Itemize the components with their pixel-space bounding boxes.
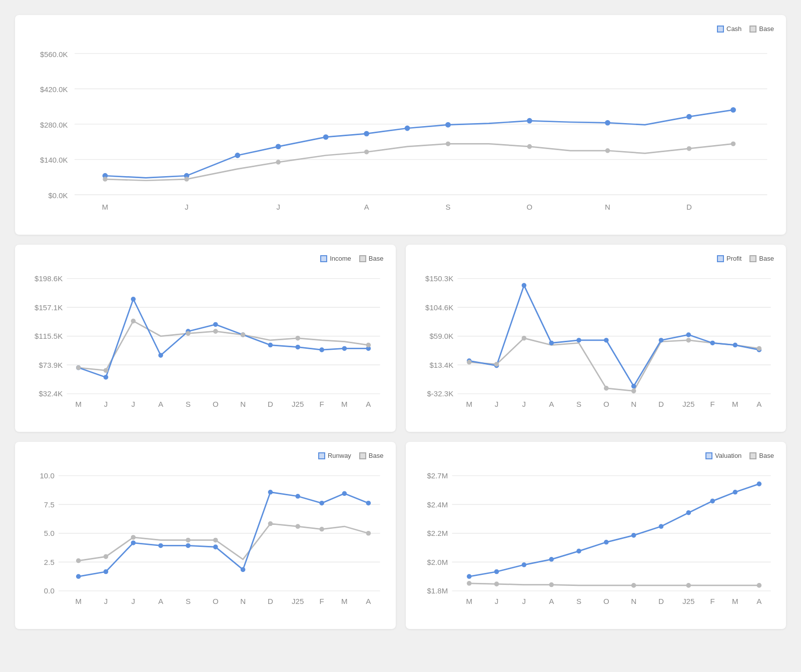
profit-chart-card: Profit Base $150.3K $104.6K $59.0K $13.4…	[406, 245, 786, 432]
svg-text:A: A	[366, 597, 371, 605]
svg-point-155	[366, 501, 370, 505]
svg-point-187	[467, 574, 471, 578]
svg-text:J25: J25	[682, 597, 694, 605]
svg-text:$1.8M: $1.8M	[427, 587, 448, 595]
svg-text:J25: J25	[292, 597, 304, 605]
svg-point-66	[214, 322, 218, 326]
svg-point-195	[686, 511, 690, 515]
svg-point-110	[659, 338, 663, 342]
svg-point-121	[757, 346, 761, 350]
svg-point-199	[467, 581, 471, 585]
svg-text:$32.4K: $32.4K	[39, 389, 63, 398]
svg-text:J25: J25	[292, 400, 304, 408]
valuation-legend-label-blue: Valuation	[715, 452, 741, 459]
svg-point-144	[77, 574, 81, 578]
svg-point-108	[604, 338, 608, 342]
svg-text:O: O	[527, 203, 533, 211]
svg-point-29	[731, 108, 736, 113]
svg-text:2.5: 2.5	[44, 558, 55, 566]
svg-point-189	[522, 563, 526, 567]
svg-point-157	[104, 554, 108, 558]
svg-text:$560.0K: $560.0K	[40, 50, 68, 59]
svg-text:N: N	[240, 597, 246, 605]
runway-legend-base: Base	[359, 452, 384, 459]
svg-point-68	[268, 343, 272, 347]
svg-point-74	[104, 368, 108, 372]
svg-point-120	[686, 338, 690, 342]
svg-text:J: J	[104, 400, 108, 408]
svg-text:A: A	[549, 597, 554, 605]
svg-text:$198.6K: $198.6K	[35, 274, 63, 283]
svg-point-64	[159, 353, 163, 357]
svg-text:A: A	[366, 400, 371, 408]
income-legend-label-gray: Base	[369, 255, 384, 262]
runway-valuation-row: Runway Base 10.0 7.5 5.0 2.5 0.0	[15, 442, 786, 629]
profit-legend-label-blue: Profit	[726, 255, 741, 262]
svg-text:F: F	[710, 597, 714, 605]
svg-text:D: D	[268, 597, 273, 605]
svg-point-158	[131, 535, 135, 539]
profit-legend: Profit Base	[418, 255, 774, 262]
svg-text:5.0: 5.0	[44, 529, 55, 537]
svg-text:M: M	[102, 203, 108, 211]
svg-point-156	[77, 559, 81, 563]
income-chart-card: Income Base $198.6K $157.1K $115.5K $73.…	[15, 245, 396, 432]
svg-text:N: N	[631, 400, 636, 408]
svg-point-34	[446, 142, 450, 146]
svg-text:O: O	[213, 400, 219, 408]
svg-point-36	[605, 149, 609, 153]
svg-point-192	[604, 540, 608, 544]
income-legend-box-gray	[359, 255, 366, 262]
svg-text:O: O	[213, 597, 219, 605]
svg-text:J: J	[185, 203, 188, 211]
svg-text:A: A	[364, 203, 369, 211]
profit-legend-profit: Profit	[717, 255, 741, 262]
svg-point-149	[214, 545, 218, 549]
svg-point-197	[733, 490, 737, 494]
svg-point-111	[686, 333, 690, 337]
svg-text:N: N	[240, 400, 246, 408]
svg-text:M: M	[341, 400, 348, 408]
svg-point-118	[604, 386, 608, 390]
svg-point-194	[659, 524, 663, 528]
svg-text:D: D	[268, 400, 273, 408]
svg-point-200	[494, 582, 498, 586]
svg-point-28	[687, 114, 692, 119]
svg-text:F: F	[320, 597, 324, 605]
svg-text:7.5: 7.5	[44, 500, 55, 509]
runway-legend-box-gray	[359, 452, 366, 459]
svg-point-119	[631, 389, 635, 393]
valuation-legend-base: Base	[749, 452, 774, 459]
svg-point-163	[320, 527, 324, 531]
income-legend-box-blue	[320, 255, 327, 262]
income-legend-income: Income	[320, 255, 351, 262]
svg-text:$157.1K: $157.1K	[35, 303, 63, 312]
cash-legend-label-blue: Cash	[726, 25, 741, 33]
svg-point-23	[364, 131, 369, 136]
svg-text:S: S	[446, 203, 451, 211]
svg-text:J: J	[276, 203, 280, 211]
svg-point-146	[131, 541, 135, 545]
income-legend-label-blue: Income	[330, 255, 351, 262]
runway-chart-container: Runway Base 10.0 7.5 5.0 2.5 0.0	[27, 452, 384, 621]
svg-point-159	[186, 538, 190, 542]
svg-point-78	[241, 333, 245, 337]
svg-text:N: N	[605, 203, 610, 211]
svg-text:D: D	[658, 597, 663, 605]
svg-text:M: M	[732, 597, 738, 605]
runway-legend-label-blue: Runway	[328, 452, 351, 459]
svg-text:S: S	[576, 400, 581, 408]
svg-text:M: M	[466, 597, 472, 605]
svg-point-21	[276, 144, 281, 149]
svg-point-196	[710, 499, 714, 503]
svg-text:$150.3K: $150.3K	[425, 274, 453, 283]
svg-point-109	[631, 384, 635, 388]
svg-point-161	[268, 522, 272, 526]
svg-point-62	[104, 375, 108, 379]
svg-text:$59.0K: $59.0K	[429, 332, 453, 340]
svg-text:M: M	[466, 400, 472, 408]
svg-text:$280.0K: $280.0K	[40, 121, 68, 129]
svg-point-63	[131, 297, 135, 301]
profit-legend-label-gray: Base	[759, 255, 774, 262]
svg-point-20	[235, 153, 240, 158]
